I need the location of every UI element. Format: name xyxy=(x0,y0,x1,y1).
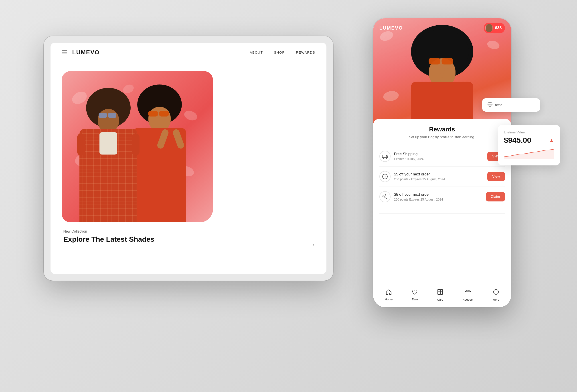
reward-info-2: $5 off your next order 250 points Expire… xyxy=(394,192,482,201)
home-label: Home xyxy=(385,298,393,301)
phone-bottom-nav: Home Earn C xyxy=(373,285,511,307)
reward-icon-1 xyxy=(379,171,391,182)
nav-about[interactable]: ABOUT xyxy=(250,50,263,54)
desktop-nav: ABOUT SHOP REWARDS xyxy=(250,50,315,54)
url-text: https xyxy=(495,103,503,107)
reward-meta-2: 250 points Expires 25 August, 2024 xyxy=(394,198,482,201)
home-svg xyxy=(386,289,392,295)
arm-left xyxy=(77,133,85,156)
redeem-label: Redeem xyxy=(463,298,473,301)
svg-point-14 xyxy=(386,158,387,159)
website-copy: New Collection Explore The Latest Shades… xyxy=(62,229,315,243)
lifetime-value: $945.00 xyxy=(504,136,531,145)
lifetime-value-card: Lifetime Value $945.00 ▲ xyxy=(498,125,560,165)
arm-right xyxy=(132,133,140,156)
svg-point-13 xyxy=(383,158,384,159)
gift-svg xyxy=(465,289,471,295)
person-front xyxy=(75,89,142,222)
reward-info-0: Free Shipping Expires 10 July, 2024 xyxy=(394,152,484,161)
reward-meta-1: 250 points • Expires 25 August, 2024 xyxy=(394,177,484,181)
hamburger-icon[interactable] xyxy=(62,50,67,54)
reward-item-1: $5 off your next order 250 points • Expi… xyxy=(379,166,505,187)
svg-rect-12 xyxy=(382,155,386,158)
lifetime-label: Lifetime Value xyxy=(504,130,554,134)
card-label: Card xyxy=(437,298,443,301)
claim-button[interactable]: Claim xyxy=(486,192,505,201)
reward-info-1: $5 off your next order 250 points • Expi… xyxy=(394,172,484,181)
trend-arrow-icon: ▲ xyxy=(549,138,554,143)
points-count: 638 xyxy=(495,26,502,30)
phone-jacket xyxy=(411,82,473,125)
earn-svg xyxy=(412,289,418,295)
svg-rect-21 xyxy=(438,292,440,294)
lens-front-right xyxy=(108,113,116,118)
url-bar: https xyxy=(482,98,540,112)
svg-rect-20 xyxy=(440,290,443,292)
phone-lens-l xyxy=(429,58,440,65)
reward-item-2: $5 off your next order 250 points Expire… xyxy=(379,187,505,207)
partial-item xyxy=(379,207,505,214)
svg-point-17 xyxy=(383,195,384,196)
nav-home[interactable]: Home xyxy=(385,289,393,301)
website-hero: New Collection Explore The Latest Shades… xyxy=(50,62,326,274)
reward-name-0: Free Shipping xyxy=(394,152,484,156)
phone-person xyxy=(387,29,498,125)
reward-meta-0: Expires 10 July, 2024 xyxy=(394,157,484,161)
view-button-1[interactable]: View xyxy=(487,172,505,181)
avatar-circle xyxy=(485,24,493,32)
svg-rect-22 xyxy=(440,292,443,294)
nav-earn[interactable]: Earn xyxy=(412,289,418,301)
phone-content: Rewards Set up your Bagsly profile to st… xyxy=(373,119,511,252)
card-icon xyxy=(437,289,443,297)
rewards-subtitle: Set up your Bagsly profile to start earn… xyxy=(379,135,505,139)
desktop-mockup: LUMEVO ABOUT SHOP REWARDS xyxy=(44,36,333,281)
collection-label: New Collection xyxy=(63,229,315,233)
scene: LUMEVO ABOUT SHOP REWARDS xyxy=(44,18,533,374)
nav-redeem[interactable]: Redeem xyxy=(463,289,473,301)
more-label: More xyxy=(493,298,499,301)
arrow-link[interactable]: → xyxy=(309,241,315,248)
glasses-front xyxy=(99,113,116,118)
svg-point-29 xyxy=(497,292,497,293)
nav-more[interactable]: More xyxy=(493,289,499,301)
reward-item-0: Free Shipping Expires 10 July, 2024 View xyxy=(379,146,505,166)
avatar-badge: 638 xyxy=(484,23,505,33)
mini-chart xyxy=(504,148,554,159)
earn-icon xyxy=(412,289,418,296)
svg-point-27 xyxy=(494,292,495,293)
more-icon xyxy=(493,289,499,297)
phone-glasses xyxy=(429,58,453,65)
tag-icon xyxy=(382,194,388,200)
svg-rect-19 xyxy=(438,290,440,292)
redeem-icon xyxy=(465,289,471,297)
phone-logo: LUMEVO xyxy=(379,25,403,31)
nav-rewards[interactable]: REWARDS xyxy=(296,50,315,54)
nav-shop[interactable]: SHOP xyxy=(274,50,285,54)
globe-icon xyxy=(488,102,492,108)
card-svg xyxy=(437,289,443,295)
reward-icon-2 xyxy=(379,191,391,202)
home-icon xyxy=(386,289,392,296)
avatar-face xyxy=(486,24,492,32)
lens-front-left xyxy=(99,113,107,118)
reward-name-2: $5 off your next order xyxy=(394,192,482,197)
nav-card[interactable]: Card xyxy=(437,289,443,301)
lifetime-value-row: $945.00 ▲ xyxy=(504,136,554,145)
more-svg xyxy=(493,289,499,295)
glasses-back xyxy=(148,111,169,117)
face-back xyxy=(148,107,171,131)
hero-image-bg xyxy=(62,71,213,222)
rewards-title: Rewards xyxy=(379,126,505,133)
lens-left xyxy=(148,111,158,117)
phone-mockup: LUMEVO 638 xyxy=(373,18,511,307)
desktop-inner: LUMEVO ABOUT SHOP REWARDS xyxy=(50,43,326,274)
reward-icon-0 xyxy=(379,151,391,162)
lens-right xyxy=(159,111,169,117)
website-header: LUMEVO ABOUT SHOP REWARDS xyxy=(50,43,326,62)
shirt-front xyxy=(100,132,117,155)
svg-point-28 xyxy=(496,292,496,293)
hero-image-container xyxy=(62,71,213,222)
desktop-logo: LUMEVO xyxy=(72,49,100,56)
phone-lens-r xyxy=(441,58,453,65)
globe-svg xyxy=(488,102,492,107)
